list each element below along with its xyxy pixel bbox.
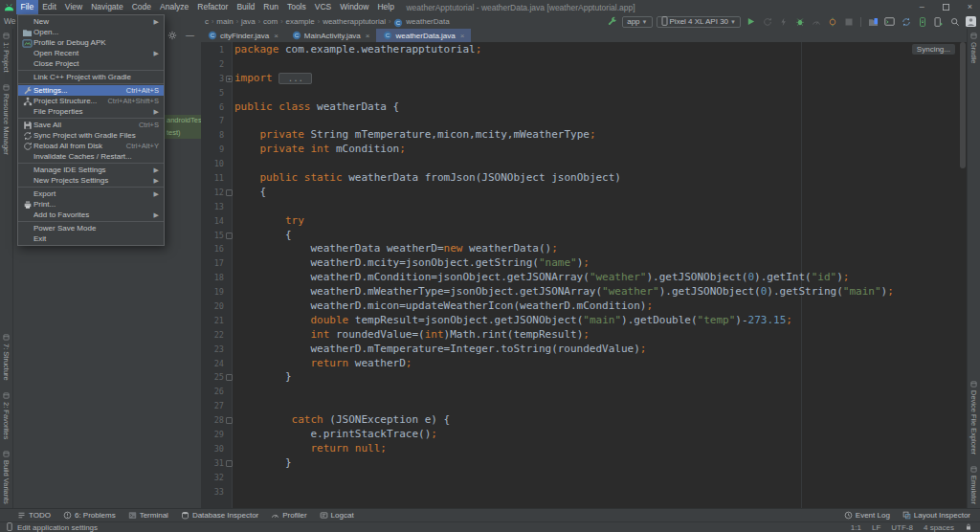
hide-panel-icon[interactable]: — [186, 31, 194, 40]
tool-window-button-database-inspector[interactable]: Database Inspector [181, 511, 258, 520]
indent-setting[interactable]: 4 spaces [924, 523, 954, 532]
file-menu-item-new-projects-settings[interactable]: New Projects Settings▶ [18, 175, 164, 186]
file-menu-item-open-recent[interactable]: Open Recent▶ [18, 48, 164, 58]
menubar-item-window[interactable]: Window [336, 0, 373, 14]
tool-window-button-6-problems[interactable]: 6: Problems [63, 511, 116, 520]
profile-button[interactable] [810, 15, 822, 28]
tool-window-button-profiler[interactable]: Profiler [271, 511, 306, 520]
breadcrumb-item-java[interactable]: java [240, 17, 256, 26]
tab-MainActivity.java[interactable]: CMainActivity.java× [285, 29, 377, 42]
tool-window-button-1-project[interactable]: 1: Project [2, 33, 11, 73]
menubar-item-analyze[interactable]: Analyze [156, 0, 193, 14]
stop-button[interactable] [842, 15, 855, 28]
project-tree-row[interactable]: androidTest) [165, 115, 201, 127]
minimize-button[interactable]: – [920, 0, 924, 14]
file-menu-item-power-save-mode[interactable]: Power Save Mode [18, 223, 164, 233]
fold-marker-icon[interactable]: + [226, 76, 233, 82]
tool-window-button-device-file-explorer[interactable]: Device File Explorer [969, 381, 978, 454]
breadcrumb-item-weatherData[interactable]: weatherData [405, 17, 450, 26]
file-menu-item-file-properties[interactable]: File Properties▶ [18, 106, 164, 117]
tool-window-button-7-structure[interactable]: 7: Structure [2, 334, 11, 381]
tool-window-button-emulator[interactable]: Emulator [969, 466, 978, 504]
tool-window-button-layout-inspector[interactable]: Layout Inspector [902, 511, 970, 520]
close-icon[interactable]: × [274, 32, 278, 40]
project-tree-row[interactable]: test) [165, 127, 201, 140]
file-menu-item-new[interactable]: New▶ [18, 16, 164, 27]
menubar-item-code[interactable]: Code [127, 0, 155, 14]
maximize-button[interactable] [943, 4, 949, 11]
file-menu-item-save-all[interactable]: Save AllCtrl+S [18, 120, 164, 130]
code-editor[interactable]: 1package com.example.weatherapptutorial;… [201, 42, 967, 508]
breadcrumb-item-c[interactable]: c [204, 17, 210, 26]
tab-weatherData.java[interactable]: CweatherData.java× [376, 29, 471, 42]
fold-marker-icon[interactable] [226, 417, 233, 424]
apply-code-changes-button[interactable] [777, 15, 790, 28]
file-menu-item-close-project[interactable]: Close Project [18, 58, 164, 69]
file-menu-item-reload-all-from-disk[interactable]: Reload All from DiskCtrl+Alt+Y [18, 141, 164, 151]
debug-button[interactable] [793, 15, 806, 28]
file-menu-item-sync-project-with-gradle-files[interactable]: Sync Project with Gradle Files [18, 130, 164, 141]
tool-window-button-terminal[interactable]: Terminal [128, 511, 168, 520]
menubar-item-build[interactable]: Build [233, 0, 259, 14]
tool-window-button-todo[interactable]: TODO [17, 511, 51, 520]
breadcrumb-item-main[interactable]: main [215, 17, 234, 26]
menubar-item-navigate[interactable]: Navigate [87, 0, 128, 14]
breadcrumb-item-example[interactable]: example [285, 17, 316, 26]
fold-marker-icon[interactable] [226, 374, 233, 381]
apply-changes-button[interactable] [761, 15, 773, 28]
device-manager-icon[interactable] [867, 15, 880, 28]
attach-profiler-button[interactable] [826, 15, 838, 28]
file-menu-item-invalidate-caches-restart[interactable]: Invalidate Caches / Restart... [18, 151, 164, 162]
menubar-item-vcs[interactable]: VCS [310, 0, 335, 14]
run-button[interactable] [745, 15, 757, 28]
close-button[interactable]: × [968, 0, 972, 14]
line-ending[interactable]: LF [872, 523, 880, 532]
file-menu-item-settings[interactable]: Settings...Ctrl+Alt+S [18, 85, 164, 96]
file-menu-item-manage-ide-settings[interactable]: Manage IDE Settings▶ [18, 165, 164, 175]
file-menu-item-add-to-favorites[interactable]: Add to Favorites▶ [18, 210, 164, 220]
menubar-item-refactor[interactable]: Refactor [193, 0, 233, 14]
run-config-select[interactable]: app ▼ [622, 16, 652, 28]
file-menu-item-exit[interactable]: Exit [18, 233, 164, 244]
caret-position[interactable]: 1:1 [851, 523, 861, 532]
tool-window-button-2-favorites[interactable]: 2: Favorites [2, 392, 11, 439]
fold-marker-icon[interactable] [226, 233, 233, 239]
file-menu-item-export[interactable]: Export▶ [18, 188, 164, 199]
file-menu-item-project-structure[interactable]: Project Structure...Ctrl+Alt+Shift+S [18, 96, 164, 106]
device-select[interactable]: Pixel 4 XL API 30 ▼ [657, 16, 741, 28]
tool-window-button-build-variants[interactable]: Build Variants [2, 451, 11, 504]
menubar-item-tools[interactable]: Tools [282, 0, 310, 14]
sdk-manager-icon[interactable] [916, 15, 928, 28]
fold-marker-icon[interactable] [226, 189, 233, 196]
file-menu-item-link-c-project-with-gradle[interactable]: Link C++ Project with Gradle [18, 72, 164, 82]
menubar-item-edit[interactable]: Edit [38, 0, 61, 14]
file-encoding[interactable]: UTF-8 [891, 523, 913, 532]
menubar-item-help[interactable]: Help [373, 0, 398, 14]
menubar-item-file[interactable]: File [16, 0, 38, 14]
editor-scrollbar[interactable] [960, 42, 966, 168]
close-icon[interactable]: × [366, 32, 370, 40]
gradle-sync-icon[interactable] [900, 15, 912, 28]
fold-marker-icon[interactable] [226, 460, 233, 467]
user-avatar[interactable] [965, 15, 977, 28]
file-menu-item-profile-or-debug-apk[interactable]: Profile or Debug APK [18, 37, 164, 48]
breadcrumb-item-com[interactable]: com [262, 17, 278, 26]
close-icon[interactable]: × [460, 32, 465, 40]
search-icon[interactable] [948, 15, 961, 28]
logcat-window-icon[interactable] [883, 15, 896, 28]
tab-cityFinder.java[interactable]: CcityFinder.java× [201, 29, 285, 42]
file-menu-item-print[interactable]: Print... [18, 199, 164, 210]
lock-icon[interactable] [965, 522, 972, 532]
build-hammer-icon[interactable] [606, 15, 618, 28]
tool-window-button-gradle[interactable]: Gradle [969, 33, 978, 64]
tool-window-button-logcat[interactable]: Logcat [320, 511, 354, 520]
breadcrumb-start[interactable]: We [4, 14, 16, 29]
avd-manager-icon[interactable] [932, 15, 945, 28]
file-menu-item-open[interactable]: Open... [18, 27, 164, 37]
breadcrumb-item-weatherapptutorial[interactable]: weatherapptutorial [322, 17, 387, 26]
menubar-item-run[interactable]: Run [259, 0, 283, 14]
gear-icon[interactable] [167, 31, 177, 40]
tool-window-button-event-log[interactable]: Event Log [844, 511, 890, 520]
menubar-item-view[interactable]: View [60, 0, 86, 14]
tool-window-button-resource-manager[interactable]: Resource Manager [2, 84, 11, 155]
